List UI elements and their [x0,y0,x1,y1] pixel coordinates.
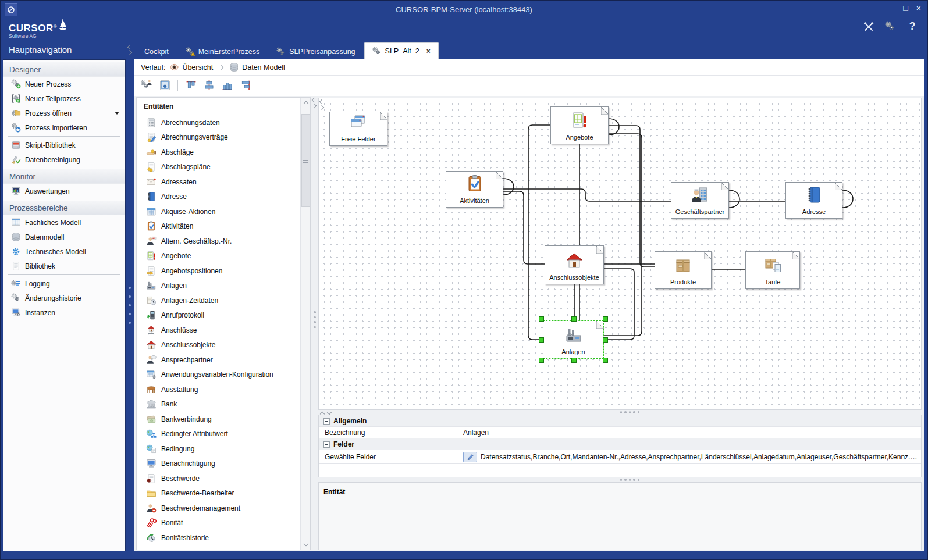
tools-icon[interactable] [862,20,874,33]
diagram-node-anschlussobjekte[interactable]: Anschlussobjekte [545,245,604,284]
selection-handle[interactable] [603,337,608,343]
entity-item-beschwerde[interactable]: Beschwerde [137,471,300,486]
entity-item-bankverbindung[interactable]: Bankverbindung [137,412,300,427]
entity-scrollbar[interactable] [300,98,310,550]
toolbar-button-align-top-icon[interactable] [183,78,198,93]
sidebar-collapse-arrows[interactable] [127,45,133,54]
close-button[interactable]: × [916,3,921,13]
toolbar-button-distribute-icon[interactable] [219,78,234,93]
entity-item-bank[interactable]: Bank [137,397,300,412]
sidebar-item-datenmodell[interactable]: Datenmodell [3,230,125,244]
entity-item-abrechnungsdaten[interactable]: Abrechnungsdaten [137,115,300,130]
entity-item-abrechnungsverträge[interactable]: Abrechnungsverträge [137,130,300,145]
splitter-collapse-arrows[interactable] [312,98,316,108]
tab-slppreisanpassung[interactable]: SLPPreisanpassung [268,44,364,59]
collapse-minus-icon[interactable] [323,418,330,425]
entity-item-angebote[interactable]: Angebote [137,249,300,264]
entity-item-bedingter-attributwert[interactable]: Bedingter Attributwert [137,427,300,442]
sidebar-item-bibliothek[interactable]: Bibliothek [3,259,125,273]
help-icon[interactable]: ? [906,20,919,33]
selection-handle[interactable] [539,316,544,322]
entity-item-ausstattung[interactable]: Ausstattung [137,382,300,397]
entity-item-angebotspositionen[interactable]: Angebotspositionen [137,263,300,279]
selection-handle[interactable] [539,358,544,363]
node-label: Anschlussobjekte [549,274,599,281]
diagram-node-anlagen[interactable]: Anlagen [543,320,604,359]
entity-item-anrufprotokoll[interactable]: Anrufprotokoll [137,308,300,323]
tab-meinersterprozess[interactable]: MeinErsterProzess [177,44,269,59]
sidebar-title: Hauptnavigation [3,42,134,59]
entity-item-beschwerdemanagement[interactable]: Beschwerdemanagement [137,501,300,516]
pencil-icon-button[interactable] [463,452,477,462]
selection-handle[interactable] [603,358,608,363]
diagram-node-angebote[interactable]: Angebote [550,106,609,144]
sidebar-item-änderungshistorie[interactable]: Änderungshistorie [3,291,125,305]
scrollbar-thumb[interactable] [301,114,310,207]
entity-item-beschwerde-bearbeiter[interactable]: Beschwerde-Bearbeiter [137,486,300,501]
breadcrumb-item-daten-modell[interactable]: Daten Modell [229,62,285,72]
vertical-splitter[interactable] [311,96,318,551]
dropdown-caret-icon[interactable] [115,112,119,115]
toolbar-button-align-left-icon[interactable] [237,78,253,93]
entity-item-anschlüsse[interactable]: Anschlüsse [137,323,300,338]
sidebar-item-logging[interactable]: Logging [3,276,125,291]
horizontal-splitter-bottom[interactable] [318,477,922,482]
entity-item-benachrichtigung[interactable]: Benachrichtigung [137,456,300,472]
entity-item-aktivitäten[interactable]: Aktivitäten [137,219,300,234]
toolbar-button-export-window-icon[interactable] [157,78,172,93]
diagram-node-freie-felder[interactable]: Freie Felder [329,112,387,146]
entity-item-adressaten[interactable]: Adressaten [137,174,300,190]
entity-item-altern-geschäftsp-nr-[interactable]: Altern. Geschäftsp.-Nr. [137,234,300,249]
diagram-node-adresse[interactable]: Adresse [785,182,842,219]
circle-slash-icon[interactable] [5,3,17,16]
horizontal-splitter-properties[interactable] [318,410,922,415]
tab-close-icon[interactable]: × [426,47,431,55]
sidebar-splitter[interactable] [126,59,134,551]
entity-item-bonität[interactable]: Bonität [137,516,300,531]
collapse-minus-icon[interactable] [323,441,330,448]
entity-item-akquise-aktionen[interactable]: Akquise-Aktionen [137,204,300,219]
entity-item-anwendungsvariablen-konfiguration[interactable]: Anwendungsvariablen-Konfiguration [137,368,300,383]
entity-item-ansprechpartner[interactable]: Ansprechpartner [137,352,300,368]
selection-handle[interactable] [571,316,577,322]
entity-item-anschlussobjekte[interactable]: Anschlussobjekte [137,338,300,353]
toolbar-button-process-person-icon[interactable] [139,78,154,93]
entity-item-adresse[interactable]: Adresse [137,190,300,205]
canvas-collapse-arrows[interactable] [320,100,323,109]
scroll-down-button[interactable] [301,540,311,550]
scroll-up-button[interactable] [301,98,311,108]
entity-item-bedingung[interactable]: Bedingung [137,441,300,456]
minimize-button[interactable]: – [891,3,895,13]
diagram-node-aktivitaeten[interactable]: Aktivitäten [446,171,503,208]
diagram-canvas[interactable]: Freie FelderAngeboteAktivitätenGeschäfts… [318,98,922,410]
entity-item-anlagen[interactable]: Anlagen [137,279,300,294]
sidebar-item-auswertungen[interactable]: Auswertungen [3,184,125,198]
diagram-node-produkte[interactable]: Produkte [655,251,712,289]
entity-item-abschläge[interactable]: Abschläge [137,145,300,160]
gears-icon[interactable] [884,20,897,33]
entity-item-anlagen-zeitdaten[interactable]: Anlagen-Zeitdaten [137,293,300,308]
entity-item-bonitätshistorie[interactable]: Bonitätshistorie [137,530,300,545]
sidebar-item-skript-bibliothek[interactable]: Skript-Bibliothek [3,138,125,152]
sidebar-item-technisches-modell[interactable]: Technisches Modell [3,244,125,259]
diagram-node-geschaeftspartner[interactable]: Geschäftspartner [671,182,729,219]
toolbar-button-align-middle-icon[interactable] [201,78,216,93]
selection-handle[interactable] [539,337,544,343]
tab-cockpit[interactable]: Cockpit [136,44,177,59]
diagram-node-tarife[interactable]: Tarife [745,251,800,289]
sidebar-item-neuer-prozess[interactable]: Neuer Prozess [3,77,125,91]
sidebar-item-prozess-importieren[interactable]: Prozess importieren [3,120,125,135]
selection-handle[interactable] [603,316,608,322]
breadcrumb-item-übersicht[interactable]: Übersicht [169,62,213,72]
entity-item-abschlagspläne[interactable]: Abschlagspläne [137,160,300,175]
property-value[interactable]: Datensatzstatus,Branche,Ort,Mandanten-Nr… [458,450,921,463]
sidebar-item-instanzen[interactable]: Instanzen [3,305,125,320]
sidebar-item-fachliches-modell[interactable]: Fachliches Modell [3,215,125,230]
selection-handle[interactable] [571,358,577,363]
tab-slp_alt_2[interactable]: SLP_Alt_2× [364,42,439,59]
property-value[interactable]: Anlagen [458,427,921,438]
sidebar-item-datenbereinigung[interactable]: Datenbereinigung [3,152,125,167]
maximize-button[interactable]: □ [903,3,908,13]
sidebar-item-neuer-teilprozess[interactable]: Neuer Teilprozess [3,91,125,106]
sidebar-item-prozess-öffnen[interactable]: Prozess öffnen [3,106,125,120]
